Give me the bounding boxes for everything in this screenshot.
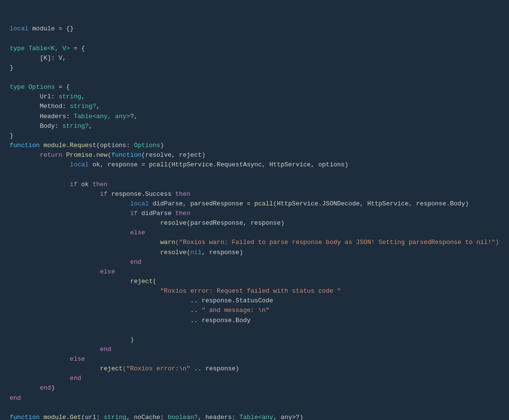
code-token: , [81,93,85,100]
code-line: reject( [10,277,499,286]
code-token [10,181,70,188]
code-token: .. [194,365,202,372]
code-token: pcall [254,200,273,207]
code-token: ) [10,336,134,343]
code-token: , [89,122,93,130]
code-token: Table<any, any> [74,113,130,120]
code-token: " and message: \n" [202,307,269,314]
code-token: string? [70,103,96,110]
code-token [10,278,130,285]
code-token: reject [130,278,153,285]
code-line: warn("Roxios warn: Failed to parse respo… [10,238,499,247]
code-line: end [10,393,499,403]
code-token: then [93,181,108,188]
code-token: return [40,151,62,159]
code-token: } [10,64,14,71]
code-token: .. [190,307,198,314]
code-line [10,73,499,82]
code-line: end) [10,383,499,393]
code-line [10,34,499,43]
code-token: ("Roxios error:\n" [123,365,190,372]
code-editor: local module = {} type Table<K, V> = { [… [0,5,509,420]
code-token: didParse, parsedResponse = [149,200,254,207]
code-line: } [10,131,499,141]
code-token: resolve [160,249,187,256]
code-token: (options: [96,142,134,149]
code-token: Body: [10,122,62,130]
code-token [10,249,160,256]
code-token: module = {} [28,25,74,32]
code-token: Promise.new [66,151,108,159]
code-token: Headers: [10,113,74,120]
code-token [10,297,190,304]
code-line [10,403,499,413]
code-token [10,161,70,168]
code-token: = { [55,83,70,91]
code-token: if [130,210,138,217]
code-token: , noCache: [126,414,168,420]
code-token: function [10,414,40,420]
code-token: Table<K, V> [28,45,70,52]
code-token [10,151,40,159]
code-token [10,346,100,353]
code-line: Method: string?, [10,102,499,111]
code-token: pcall [149,161,168,168]
code-line: .. " and message: \n" [10,306,499,315]
code-token: module.Request [43,142,96,149]
code-token: local [130,200,149,207]
code-line: .. response.StatusCode [10,296,499,306]
code-token: , response) [202,249,243,256]
code-token: response) [202,365,239,372]
code-token: type [10,83,25,91]
code-token: (HttpService.RequestAsync, HttpService, … [168,161,348,168]
code-line: function module.Request(options: Options… [10,141,499,150]
code-token: Table<any [239,414,273,420]
code-line: local didParse, parsedResponse = pcall(H… [10,199,499,209]
code-token: else [100,268,115,275]
code-line: else [10,228,499,238]
code-line: resolve(nil, response) [10,248,499,257]
code-line: local ok, response = pcall(HttpService.R… [10,160,499,170]
code-line: resolve(parsedResponse, response) [10,218,499,228]
code-token [25,83,28,91]
code-token: response.Body [198,317,250,324]
code-token: function [111,151,141,159]
code-token: resolve [160,219,187,227]
code-token: string? [62,122,89,130]
code-token: = { [70,45,85,52]
code-token: (HttpService.JSONDecode, HttpService, re… [273,200,469,207]
code-line: Url: string, [10,92,499,102]
code-line: return Promise.new(function(resolve, rej… [10,150,499,160]
code-token: ( [152,278,156,285]
code-line: local module = {} [10,24,499,34]
code-token: ok [77,181,92,188]
code-token: local [70,161,89,168]
code-line: type Table<K, V> = { [10,44,499,54]
code-line: type Options = { [10,82,499,92]
code-token [25,45,28,52]
code-token: response.Success [108,190,175,198]
code-token: end [10,394,21,402]
code-token: ) [51,384,55,392]
code-token [10,229,130,236]
code-token: else [70,355,85,363]
code-line: ) [10,335,499,345]
code-token: nil [190,249,201,256]
code-token: end [100,346,111,353]
code-token [10,384,40,392]
code-token [62,151,66,159]
code-token [10,355,70,363]
code-line: end [10,374,499,383]
code-line: if response.Success then [10,190,499,199]
code-token [10,268,100,275]
code-token [10,317,190,324]
code-line: Headers: Table<any, any>?, [10,112,499,122]
code-token: ) [160,142,164,149]
code-token: .. [190,317,198,324]
code-token: end [70,375,81,382]
code-token: , any>?) [273,414,303,420]
code-token [10,200,130,207]
code-token: if [70,181,78,188]
code-token [10,375,70,382]
code-token: end [130,258,141,266]
